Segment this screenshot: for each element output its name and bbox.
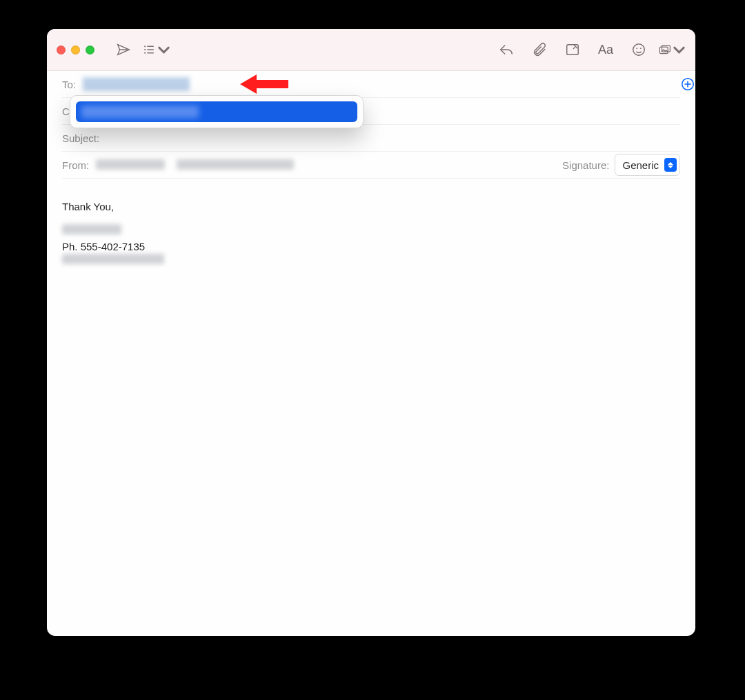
- from-field[interactable]: From: Signature: Generic: [62, 152, 680, 179]
- from-value[interactable]: [96, 159, 555, 171]
- emoji-button[interactable]: [625, 37, 653, 63]
- attach-button[interactable]: [526, 37, 553, 63]
- autocomplete-suggestion-selected[interactable]: [76, 101, 357, 122]
- header-options-button[interactable]: [143, 37, 170, 63]
- markup-icon: [565, 42, 580, 57]
- list-icon: [143, 42, 156, 57]
- plus-circle-icon: [680, 77, 695, 92]
- signature-name-redacted: [62, 224, 121, 234]
- message-body[interactable]: Thank You, Ph. 555-402-7135: [47, 179, 695, 283]
- from-label: From:: [62, 159, 89, 171]
- to-field[interactable]: To:: [62, 71, 680, 98]
- signature-phone: Ph. 555-402-7135: [62, 239, 680, 254]
- to-recipient-token-redacted[interactable]: [83, 77, 190, 91]
- recipient-autocomplete-popover: [70, 95, 364, 128]
- window-controls: [57, 46, 95, 54]
- photo-stack-icon: [658, 42, 671, 57]
- subject-label: Subject:: [62, 132, 99, 144]
- add-recipient-button[interactable]: [680, 77, 695, 92]
- from-name-redacted: [96, 159, 165, 170]
- chevron-down-icon: [673, 42, 686, 57]
- send-button[interactable]: [110, 37, 137, 63]
- signature-label: Signature:: [562, 159, 609, 171]
- subject-field[interactable]: Subject:: [62, 125, 680, 152]
- svg-point-7: [633, 44, 645, 56]
- reply-arrow-icon: [499, 42, 514, 57]
- media-browser-button[interactable]: [658, 37, 686, 63]
- signature-control: Signature: Generic: [562, 154, 680, 176]
- emoji-icon: [631, 42, 646, 57]
- paperclip-icon: [532, 42, 547, 57]
- paper-plane-icon: [116, 42, 131, 57]
- svg-point-8: [636, 48, 637, 49]
- zoom-window-button[interactable]: [86, 46, 95, 54]
- signature-greeting: Thank You,: [62, 199, 680, 214]
- toolbar: Aa: [47, 29, 695, 71]
- minimize-window-button[interactable]: [71, 46, 80, 54]
- fonts-icon: Aa: [598, 43, 613, 57]
- svg-rect-6: [567, 45, 579, 55]
- svg-point-9: [640, 48, 642, 49]
- chevron-down-icon: [157, 42, 170, 57]
- signature-select[interactable]: Generic: [615, 154, 680, 176]
- from-email-redacted: [177, 159, 294, 170]
- signature-value: Generic: [622, 159, 659, 171]
- stepper-icon: [664, 158, 677, 172]
- signature-email-redacted: [62, 254, 164, 264]
- to-label: To:: [62, 79, 76, 90]
- svg-point-3: [144, 49, 146, 50]
- format-text-button[interactable]: Aa: [592, 37, 619, 63]
- compose-window: Aa: [47, 29, 695, 636]
- svg-point-1: [144, 46, 146, 47]
- close-window-button[interactable]: [57, 46, 66, 54]
- to-value[interactable]: [83, 77, 680, 91]
- svg-point-5: [144, 52, 146, 54]
- reply-button[interactable]: [493, 37, 520, 63]
- markup-button[interactable]: [559, 37, 586, 63]
